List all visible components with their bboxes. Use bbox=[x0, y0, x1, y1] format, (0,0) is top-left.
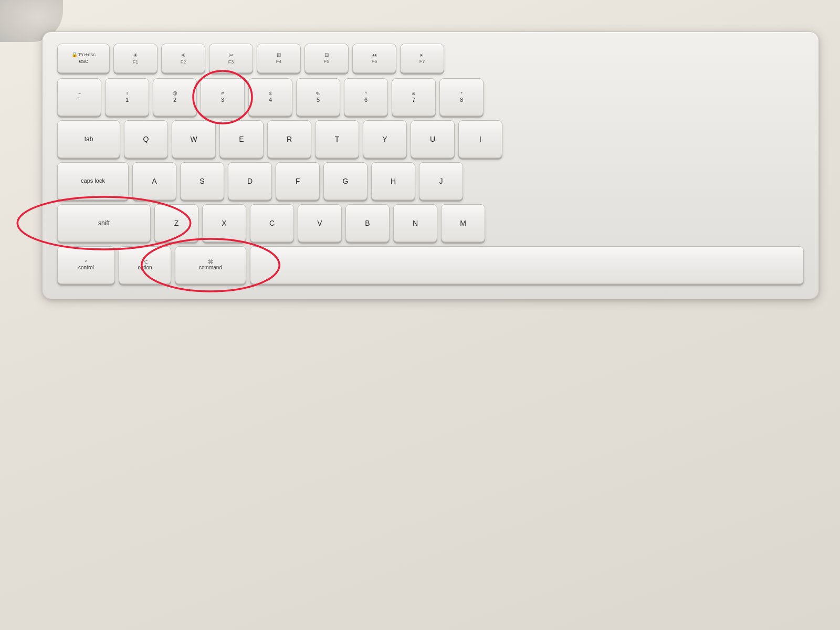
key-r-label: R bbox=[287, 135, 292, 144]
key-command-left[interactable]: ⌘ command bbox=[175, 246, 246, 284]
key-command-icon: ⌘ bbox=[208, 259, 213, 265]
desk-surface: 🔒:Fn+esc esc ☀ F1 ☀ F2 ✂ F3 ⊞ F4 bbox=[0, 0, 840, 630]
key-shift-left[interactable]: shift bbox=[57, 204, 151, 242]
key-e-label: E bbox=[239, 135, 244, 144]
key-5[interactable]: % 5 bbox=[296, 78, 340, 116]
shift-row: shift Z X C V B N bbox=[57, 204, 804, 242]
key-ctrl-icon: ^ bbox=[85, 259, 87, 265]
key-f4-label: F4 bbox=[276, 59, 282, 65]
key-y[interactable]: Y bbox=[363, 120, 407, 158]
key-backtick-bottom: ` bbox=[78, 97, 80, 103]
key-v-label: V bbox=[317, 219, 322, 228]
key-5-top: % bbox=[316, 91, 320, 96]
key-6-bottom: 6 bbox=[364, 97, 368, 103]
key-h[interactable]: H bbox=[371, 162, 415, 200]
key-t[interactable]: T bbox=[315, 120, 359, 158]
key-2[interactable]: @ 2 bbox=[153, 78, 197, 116]
key-e[interactable]: E bbox=[219, 120, 264, 158]
key-q-label: Q bbox=[143, 135, 149, 144]
key-a[interactable]: A bbox=[132, 162, 176, 200]
key-f7-label: F7 bbox=[419, 59, 425, 65]
key-tab[interactable]: tab bbox=[57, 120, 120, 158]
key-option-icon: ⌥ bbox=[142, 259, 148, 265]
key-f6[interactable]: ⏮ F6 bbox=[352, 44, 396, 73]
key-8-top: * bbox=[460, 91, 463, 96]
key-8[interactable]: * 8 bbox=[439, 78, 484, 116]
key-f2-icon: ☀ bbox=[181, 52, 186, 59]
key-3-bottom: 3 bbox=[221, 97, 224, 103]
key-z-label: Z bbox=[174, 219, 179, 228]
key-h-label: H bbox=[391, 177, 396, 186]
key-backtick-top: ~ bbox=[78, 91, 81, 96]
key-8-bottom: 8 bbox=[460, 97, 463, 103]
key-z[interactable]: Z bbox=[154, 204, 198, 242]
key-3-top: # bbox=[221, 91, 224, 96]
key-esc[interactable]: 🔒:Fn+esc esc bbox=[57, 44, 110, 73]
key-m-label: M bbox=[460, 219, 466, 228]
key-v[interactable]: V bbox=[298, 204, 342, 242]
key-5-bottom: 5 bbox=[317, 97, 320, 103]
key-1-top: ! bbox=[127, 91, 128, 96]
key-control[interactable]: ^ control bbox=[57, 246, 115, 284]
key-shift-left-label: shift bbox=[98, 219, 110, 227]
key-caps-lock[interactable]: caps lock bbox=[57, 162, 129, 200]
key-caps-label: caps lock bbox=[81, 177, 105, 184]
key-4-top: $ bbox=[269, 91, 271, 96]
key-f1[interactable]: ☀ F1 bbox=[113, 44, 158, 73]
key-c[interactable]: C bbox=[250, 204, 294, 242]
key-b[interactable]: B bbox=[345, 204, 390, 242]
key-7-bottom: 7 bbox=[412, 97, 415, 103]
key-f5-label: F5 bbox=[324, 59, 330, 65]
number-row: ~ ` ! 1 @ 2 # 3 $ 4 bbox=[57, 78, 804, 116]
key-n-label: N bbox=[413, 219, 418, 228]
key-f3-icon: ✂ bbox=[229, 52, 234, 59]
key-a-label: A bbox=[152, 177, 156, 186]
key-i[interactable]: I bbox=[458, 120, 502, 158]
key-1[interactable]: ! 1 bbox=[105, 78, 149, 116]
key-s-label: S bbox=[200, 177, 204, 186]
key-7[interactable]: & 7 bbox=[392, 78, 436, 116]
key-f4-icon: ⊞ bbox=[277, 52, 281, 58]
key-f6-icon: ⏮ bbox=[372, 52, 377, 58]
key-q[interactable]: Q bbox=[124, 120, 168, 158]
key-backtick[interactable]: ~ ` bbox=[57, 78, 101, 116]
key-6[interactable]: ^ 6 bbox=[344, 78, 388, 116]
key-2-bottom: 2 bbox=[173, 97, 176, 103]
home-row: caps lock A S D F G H bbox=[57, 162, 804, 200]
key-t-label: T bbox=[335, 135, 340, 144]
key-n[interactable]: N bbox=[393, 204, 437, 242]
key-option[interactable]: ⌥ option bbox=[119, 246, 171, 284]
key-7-top: & bbox=[412, 91, 415, 96]
key-f[interactable]: F bbox=[276, 162, 320, 200]
key-f2[interactable]: ☀ F2 bbox=[161, 44, 205, 73]
key-g[interactable]: G bbox=[323, 162, 368, 200]
key-f3[interactable]: ✂ F3 bbox=[209, 44, 253, 73]
key-g-label: G bbox=[343, 177, 349, 186]
key-j-label: J bbox=[439, 177, 443, 186]
key-command-label: command bbox=[199, 265, 222, 271]
key-j[interactable]: J bbox=[419, 162, 463, 200]
key-f7-icon: ⏯ bbox=[419, 52, 425, 58]
key-b-label: B bbox=[365, 219, 370, 228]
key-f4[interactable]: ⊞ F4 bbox=[257, 44, 301, 73]
key-4[interactable]: $ 4 bbox=[248, 78, 292, 116]
key-f3-label: F3 bbox=[228, 59, 234, 65]
key-f5[interactable]: ⊟ F5 bbox=[304, 44, 349, 73]
key-x[interactable]: X bbox=[202, 204, 246, 242]
key-f-label: F bbox=[296, 177, 300, 186]
key-esc-label: esc bbox=[79, 58, 88, 65]
key-3[interactable]: # 3 bbox=[201, 78, 245, 116]
key-m[interactable]: M bbox=[441, 204, 485, 242]
key-w-label: W bbox=[190, 135, 197, 144]
fn-row: 🔒:Fn+esc esc ☀ F1 ☀ F2 ✂ F3 ⊞ F4 bbox=[57, 44, 804, 73]
key-r[interactable]: R bbox=[267, 120, 311, 158]
key-space[interactable] bbox=[250, 246, 804, 284]
key-u[interactable]: U bbox=[411, 120, 455, 158]
key-w[interactable]: W bbox=[172, 120, 216, 158]
key-d[interactable]: D bbox=[228, 162, 272, 200]
key-4-bottom: 4 bbox=[269, 97, 272, 103]
key-f7[interactable]: ⏯ F7 bbox=[400, 44, 444, 73]
key-tab-label: tab bbox=[85, 135, 93, 143]
key-s[interactable]: S bbox=[180, 162, 224, 200]
key-f5-icon: ⊟ bbox=[324, 52, 329, 58]
